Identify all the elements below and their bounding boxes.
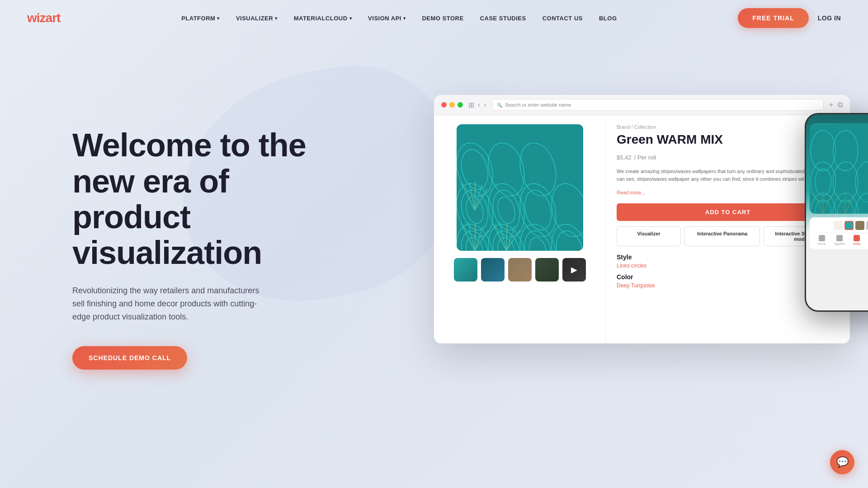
nav-links: PLATFORM ▾ VISUALIZER ▾ MATERIALCLOUD ▾ … [174, 11, 624, 25]
browser-dots [441, 102, 463, 108]
browser-nav-icons: ⊞ ‹ › [468, 101, 486, 109]
phone-nav-home[interactable]: Home [817, 235, 826, 245]
browser-dot-red [441, 102, 447, 108]
swatch-4[interactable] [866, 221, 868, 230]
svg-rect-49 [810, 124, 868, 213]
back-icon[interactable]: ‹ [478, 101, 480, 109]
free-trial-button[interactable]: FREE TRIAL [738, 8, 808, 28]
panorama-button[interactable]: Interactive Panorama [684, 226, 760, 246]
nav-materialcloud[interactable]: MATERIALCLOUD ▾ [287, 11, 359, 25]
nav-platform[interactable]: PLATFORM ▾ [174, 11, 227, 25]
login-button[interactable]: LOG IN [818, 14, 841, 22]
hero-title: Welcome to the new era of product visual… [72, 127, 326, 271]
browser-dot-yellow [449, 102, 455, 108]
phone-screen: Walls Home [806, 114, 868, 310]
browser-content: ▶ Brand / Collection Green WARM MIX $5,4… [434, 115, 850, 343]
hero-text: Welcome to the new era of product visual… [72, 127, 326, 369]
thumbnail-row: ▶ [454, 258, 586, 282]
thumbnail-1[interactable] [454, 258, 477, 282]
nav-case-studies[interactable]: CASE STUDIES [473, 11, 533, 25]
thumbnail-2[interactable] [481, 258, 505, 282]
phone-mockup: Walls Home [805, 113, 868, 312]
phone-wallpaper: Walls [810, 123, 868, 214]
nav-demo-store[interactable]: DEMO STORE [415, 11, 471, 25]
phone-nav-bar: Home Applied Walls Cart [813, 233, 868, 245]
nav-contact-us[interactable]: CONTACT US [535, 11, 590, 25]
logo[interactable]: wizart [27, 11, 60, 25]
thumbnail-5[interactable]: ▶ [562, 258, 586, 282]
navbar: wizart PLATFORM ▾ VISUALIZER ▾ MATERIALC… [0, 0, 868, 36]
visualizer-button[interactable]: Visualizer [617, 226, 681, 246]
phone-nav-applied[interactable]: Applied [834, 235, 844, 245]
materialcloud-dropdown-icon: ▾ [349, 16, 352, 21]
phone-nav-walls[interactable]: Walls [853, 235, 861, 245]
swatch-3[interactable] [855, 221, 864, 230]
forward-icon[interactable]: › [484, 101, 486, 109]
page-view-icon[interactable]: ⊞ [468, 101, 474, 109]
vision-api-dropdown-icon: ▾ [403, 16, 406, 21]
product-image-area: ▶ [434, 115, 606, 343]
hero-visual: ⊞ ‹ › 🔍 Search or enter website name + ⧉ [407, 59, 868, 398]
hero-section: Welcome to the new era of product visual… [0, 36, 868, 443]
browser-actions: + ⧉ [829, 101, 843, 109]
browser-address-bar[interactable]: 🔍 Search or enter website name [492, 99, 824, 111]
browser-dot-green [458, 102, 463, 108]
swatch-1[interactable] [834, 221, 843, 230]
price-unit: / Per roll [634, 154, 656, 161]
schedule-demo-button[interactable]: SCHEDULE DEMO CALL [72, 346, 187, 370]
chat-bubble[interactable]: 💬 [830, 450, 854, 474]
nav-blog[interactable]: BLOG [592, 11, 624, 25]
phone-color-swatches [813, 221, 868, 230]
hero-subtitle: Revolutionizing the way retailers and ma… [72, 284, 262, 323]
new-tab-icon[interactable]: + [829, 101, 833, 109]
browser-bar: ⊞ ‹ › 🔍 Search or enter website name + ⧉ [434, 95, 850, 115]
swatch-2[interactable] [844, 221, 854, 230]
platform-dropdown-icon: ▾ [217, 16, 220, 21]
browser-mockup: ⊞ ‹ › 🔍 Search or enter website name + ⧉ [434, 95, 850, 343]
main-product-image [457, 124, 583, 251]
chat-icon: 💬 [836, 456, 849, 468]
thumbnail-3[interactable] [508, 258, 532, 282]
nav-visualizer[interactable]: VISUALIZER ▾ [229, 11, 285, 25]
visualizer-dropdown-icon: ▾ [275, 16, 278, 21]
copy-icon[interactable]: ⧉ [838, 101, 843, 109]
nav-vision-api[interactable]: VISION API ▾ [361, 11, 413, 25]
thumbnail-4[interactable] [535, 258, 559, 282]
nav-actions: FREE TRIAL LOG IN [738, 8, 841, 28]
